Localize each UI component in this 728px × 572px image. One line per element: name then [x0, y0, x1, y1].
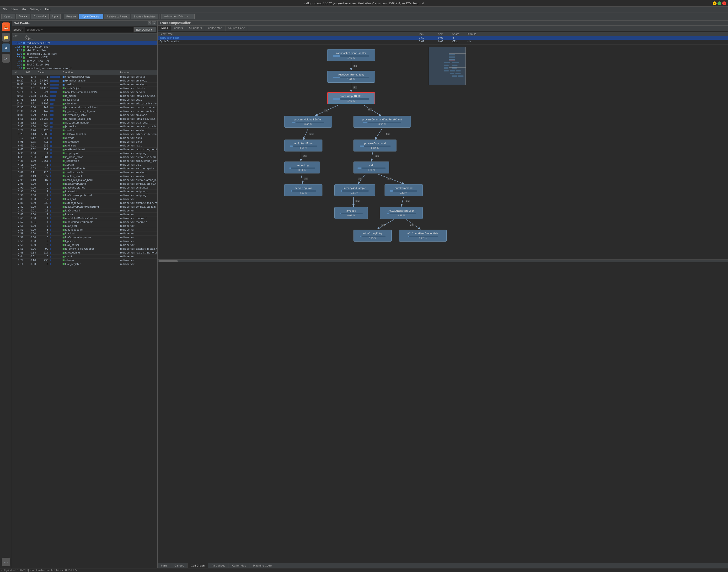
- func-row[interactable]: 4.13 0.00 1 aeMain redis-server: ae.c: [12, 163, 157, 167]
- dock-icon-files[interactable]: 📁: [2, 33, 10, 42]
- func-row[interactable]: 2.90 0.00 9 luaLoadLib redis-server: scr…: [12, 190, 157, 194]
- menu-settings[interactable]: Settings: [28, 7, 43, 11]
- func-row[interactable]: 11.44 3.21 5 793 sdscatlen redis-server:…: [12, 102, 157, 105]
- node-addACLLogEntry[interactable]: addACLLogEntry 0.25 %: [353, 230, 392, 241]
- elf-object-dropdown[interactable]: ELF Object ▾: [135, 27, 156, 32]
- dock-icon-terminal[interactable]: >: [2, 54, 10, 63]
- panel-close-button[interactable]: ×: [152, 21, 156, 25]
- func-row[interactable]: 2.88 0.00 12 luaD_call redis-server: [12, 197, 157, 201]
- node-ACLCheckUserCredentials[interactable]: ACLCheckUserCredentials 0.22 %: [399, 230, 447, 241]
- func-row[interactable]: 2.14 0.00 8 luaL_register redis-server: [12, 262, 157, 266]
- menu-file[interactable]: File: [1, 7, 9, 11]
- elf-item-unknown[interactable]: 0.72 (unknown) (172): [12, 56, 157, 59]
- callgraph-area[interactable]: 8 x 8 x 7 x 6 x 2 x 6 x: [158, 45, 728, 563]
- func-row[interactable]: 8.58 8.58 18 987 je_malloc_usable_size r…: [12, 117, 157, 121]
- elf-item-libdl[interactable]: 0.00 libdl-2.31.so (10): [12, 63, 157, 66]
- func-row[interactable]: 6.63 0.01 232 raxInsert redis-server: ra…: [12, 144, 157, 148]
- menu-view[interactable]: View: [10, 7, 20, 11]
- node-processCommand[interactable]: processCommand 0.87 %: [353, 140, 397, 151]
- up-button[interactable]: Up ▾: [50, 14, 61, 19]
- tab-types[interactable]: Types: [158, 25, 171, 31]
- node-processMultibulkBuffer[interactable]: processMultibulkBuffer 0.68 %: [284, 116, 332, 128]
- node-connSocketEventHandler[interactable]: connSocketEventHandler 1.62 %: [327, 49, 375, 61]
- tab-callee-map[interactable]: Callee Map: [205, 25, 226, 31]
- maximize-button[interactable]: □: [718, 1, 721, 5]
- func-row[interactable]: 20.68 10.38 13 669 je_malloc redis-serve…: [12, 94, 157, 98]
- node-setProtocolError[interactable]: setProtocolError 0.56 %: [284, 140, 322, 151]
- shorten-templates-button[interactable]: Shorten Templates: [131, 14, 158, 19]
- func-row[interactable]: 2.59 0.00 3 lua_load redis-server: [12, 232, 157, 235]
- dock-icon-apps[interactable]: ⋯: [2, 558, 10, 566]
- tab-all-callers[interactable]: All Callers: [186, 25, 205, 31]
- node-readQueryFromClient[interactable]: readQueryFromClient 1.62 %: [327, 71, 375, 83]
- func-row[interactable]: 7.23 3.10 5 805 sdsMakeRoomFor redis-ser…: [12, 132, 157, 136]
- func-row[interactable]: 2.27 0.10 738 sdsnew redis-server: [12, 259, 157, 262]
- func-row[interactable]: 2.95 0.00 1 loadServerConfig redis-serve…: [12, 182, 157, 186]
- node-call[interactable]: call 0.80 %: [353, 161, 389, 173]
- func-row[interactable]: 2.48 0.38 217 raxAddChild redis-server: …: [12, 251, 157, 255]
- elf-item-libm[interactable]: 0.00 libm-2.31.so (22): [12, 59, 157, 63]
- node-processCommandAndResetClient[interactable]: processCommandAndResetClient 0.90 %: [353, 116, 411, 128]
- func-row[interactable]: 2.82 0.20 1 loadServerConfigFromString r…: [12, 205, 157, 209]
- func-row[interactable]: 17.73 1.82 248 sdssplitargs redis-server…: [12, 98, 157, 102]
- func-row[interactable]: 4.38 1.39 1 661 _sdsnewlen redis-server:…: [12, 159, 157, 163]
- close-button[interactable]: ×: [722, 1, 726, 5]
- dock-icon-firefox[interactable]: 🦊: [2, 22, 10, 31]
- elf-item-ld[interactable]: 4.83 ld-2.31.so (94): [12, 49, 157, 52]
- func-row[interactable]: 2.58 0.00 0 luaY_parser redis-server: [12, 243, 157, 247]
- cycle-detection-button[interactable]: Cycle Detection: [79, 14, 103, 19]
- node-ACLAuthenticateUser[interactable]: ACLAuthenticateUser 0.48 %: [380, 207, 423, 219]
- func-row[interactable]: 2.59 0.00 3 luaD_protectedparser redis-s…: [12, 235, 157, 239]
- node-serverLogRaw[interactable]: serverLogRaw 0.12 %: [284, 184, 322, 196]
- search-input[interactable]: [25, 27, 133, 32]
- forward-button[interactable]: Forward ▾: [31, 14, 49, 19]
- func-row[interactable]: 11.30 8.29 147 je_arena_tcache_fill_smal…: [12, 110, 157, 113]
- bottom-tab-allcallees[interactable]: All Callees: [208, 563, 229, 568]
- func-row[interactable]: 28.50 1.46 11 743 zmalloc redis-server: …: [12, 83, 157, 86]
- menu-help[interactable]: Help: [43, 7, 53, 11]
- event-row-ir[interactable]: Instruction Fetch 1.62 0.01 Ir: [158, 36, 728, 40]
- func-row[interactable]: 8.28 0.12 224 ACLGetCommandID redis-serv…: [12, 121, 157, 125]
- horizontal-scrollbar[interactable]: [158, 260, 728, 262]
- func-row[interactable]: 2.90 0.00 7 luaD_rawrunprotected redis-s…: [12, 194, 157, 197]
- func-row[interactable]: 2.44 0.01 0 chunk redis-server: [12, 255, 157, 259]
- bottom-tab-callgraph[interactable]: Call Graph: [187, 563, 208, 568]
- func-row[interactable]: 2.58 0.00 0 f_parser redis-server: [12, 239, 157, 243]
- func-row[interactable]: 31.82 1.48 1 createSharedObjects redis-s…: [12, 75, 157, 79]
- instruction-fetch-dropdown[interactable]: Instruction Fetch ▾: [161, 14, 195, 19]
- func-row[interactable]: 2.86 0.59 239 extent_recycle redis-serve…: [12, 201, 157, 205]
- back-button[interactable]: Back ▾: [16, 14, 30, 19]
- func-row[interactable]: 11.35 0.04 147 je_tcache_alloc_small_har…: [12, 105, 157, 110]
- dock-icon-active[interactable]: ⚙: [2, 44, 10, 52]
- func-row[interactable]: 2.53 0.06 92 je_extent_alloc_wrapper red…: [12, 247, 157, 251]
- func-row[interactable]: 7.12 0.17 711 dictAdd redis-server: dict…: [12, 136, 157, 140]
- func-row[interactable]: 24.14 0.55 224 populateCommandTablePa...…: [12, 90, 157, 94]
- relative-button[interactable]: Relative: [64, 14, 79, 19]
- func-row[interactable]: 7.95 1.60 1 884 je_realloc redis-server:…: [12, 125, 157, 129]
- elf-item-libpthread[interactable]: 1.16 libpthread-2.31.so (50): [12, 52, 157, 56]
- func-row[interactable]: 3.06 0.19 1 677 zmalloc_usable redis-ser…: [12, 174, 157, 178]
- relative-to-parent-button[interactable]: Relative to Parent: [104, 14, 130, 19]
- node-processInputBuffer[interactable]: processInputBuffer 1.62 %: [327, 92, 375, 104]
- func-row[interactable]: 4.13 0.03 14 aeProcessEvents redis-serve…: [12, 167, 157, 170]
- bottom-tab-machinecode[interactable]: Machine Code: [250, 563, 275, 568]
- func-row[interactable]: 6.35 0.00 1 scriptingInit redis-server: …: [12, 151, 157, 155]
- tab-source-code[interactable]: Source Code: [226, 25, 248, 31]
- func-row[interactable]: 7.27 0.24 1 423 zrealloc redis-server: z…: [12, 129, 157, 132]
- func-row[interactable]: 2.95 0.19 87 arena_bin_malloc_hard redis…: [12, 178, 157, 182]
- elf-item-redis[interactable]: 78.72 redis-server (782): [12, 41, 157, 45]
- node-zmalloc[interactable]: zmalloc 0.08 %: [334, 207, 368, 219]
- func-row[interactable]: 3.89 0.11 710 zrealloc_usable redis-serv…: [12, 170, 157, 174]
- func-row[interactable]: 2.82 0.00 9 lua_call redis-server: [12, 213, 157, 216]
- func-row[interactable]: 2.59 0.00 3 luaL_loadbuffer redis-server: [12, 228, 157, 232]
- minimize-button[interactable]: −: [713, 1, 717, 5]
- tab-callers[interactable]: Callers: [171, 25, 186, 31]
- node-latencyAddSample[interactable]: latencyAddSample 0.11 %: [334, 184, 375, 196]
- func-row[interactable]: 2.69 0.00 1 moduleInitModulesSystem redi…: [12, 216, 157, 220]
- func-row[interactable]: 2.66 0.00 6 luaD_pcall redis-server: [12, 224, 157, 228]
- func-row[interactable]: 10.80 0.79 2 133 ztryrealloc_usable redi…: [12, 113, 157, 117]
- elf-item-libc[interactable]: 14.57 libc-2.31.so (281): [12, 45, 157, 49]
- func-row[interactable]: 6.35 2.84 1 884 je_arena_ralloc redis-se…: [12, 155, 157, 159]
- func-row[interactable]: 2.82 0.01 13 luaD_precall redis-server: [12, 209, 157, 213]
- node-serverLog[interactable]: _serverLog 0.14 %: [284, 161, 320, 173]
